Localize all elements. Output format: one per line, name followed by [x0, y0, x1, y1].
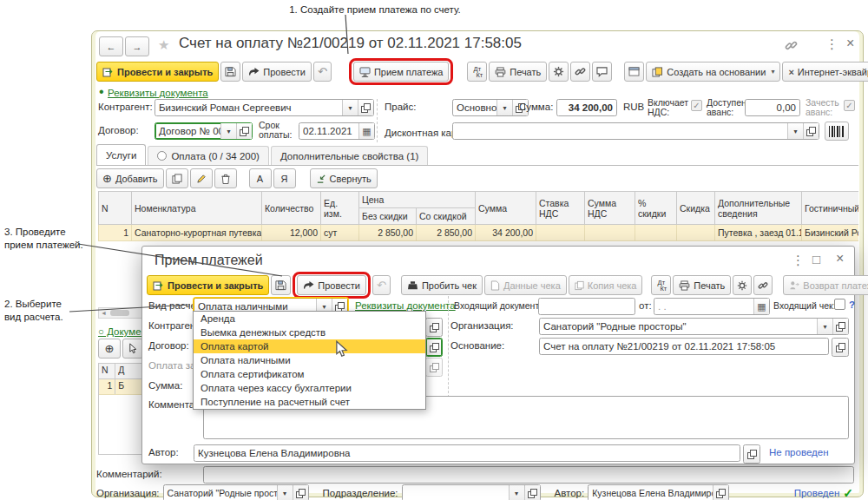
requisites-link[interactable]: • Реквизиты документа [99, 84, 208, 100]
discount-card-field[interactable]: ▾ [452, 122, 819, 140]
print-button[interactable]: Печать [489, 62, 547, 82]
dialog-maximize-icon[interactable]: □ [812, 253, 820, 266]
open-button[interactable] [832, 319, 848, 334]
open-button[interactable] [713, 485, 728, 500]
dialog-requisites-link[interactable]: Реквизиты документа [355, 300, 456, 311]
dialog-post-and-close-button[interactable]: Провести и закрыть [147, 275, 269, 295]
dt-kt-button[interactable]: ДтКт [467, 62, 487, 82]
dialog-author-field[interactable]: Кузнецова Елена Владимировна [194, 444, 740, 462]
discussion-icon[interactable] [592, 62, 612, 82]
open-button[interactable] [425, 358, 443, 377]
link-icon[interactable] [785, 39, 798, 56]
attachments-icon[interactable] [570, 62, 590, 82]
documents-link[interactable]: ○ Документы [98, 323, 143, 339]
save-button[interactable] [220, 62, 240, 82]
calendar-icon[interactable]: ▦ [753, 299, 769, 314]
dropdown-item[interactable]: Оплата через кассу бухгалтерии [194, 381, 425, 395]
dropdown-item[interactable]: Аренда [194, 312, 425, 326]
barcode-button[interactable] [825, 122, 849, 141]
amount-field[interactable]: 34 200,00 [556, 99, 617, 116]
post-button[interactable]: Провести [242, 62, 312, 82]
payment-docs-mini-table[interactable]: NД 1Б [98, 363, 144, 455]
open-button[interactable] [425, 318, 443, 337]
col-sum[interactable]: Сумма [476, 192, 536, 225]
scrollbar-thumb[interactable] [110, 310, 129, 316]
dropdown-button[interactable]: ▾ [496, 100, 512, 115]
post-and-close-button[interactable]: Провести и закрыть [96, 62, 219, 82]
delete-row-button[interactable] [214, 168, 237, 188]
open-button[interactable] [358, 100, 373, 115]
col-price-no-disc[interactable]: Без скидки [359, 208, 417, 225]
undo-button[interactable]: ↶ [313, 62, 332, 82]
copy-row-button[interactable] [166, 168, 188, 188]
dialog-close-icon[interactable]: × [836, 252, 844, 266]
incoming-date-field[interactable]: . . ▦ [654, 298, 770, 315]
comment-input[interactable] [203, 466, 854, 484]
dialog-print-button[interactable]: Печать [673, 275, 731, 295]
incoming-doc-field[interactable] [538, 298, 635, 315]
select-pointer-button[interactable] [122, 339, 143, 359]
col-vat-sum[interactable]: Сумма НДС [585, 192, 635, 225]
advance-field[interactable]: 0,00 [745, 99, 800, 116]
receipt-copy-button[interactable]: Копия чека [569, 275, 643, 295]
open-button[interactable] [803, 123, 819, 139]
open-button[interactable] [293, 485, 308, 500]
due-date-field[interactable]: 02.11.2021 ▦ [299, 122, 375, 140]
dialog-save-button[interactable] [271, 275, 291, 295]
accept-payment-button[interactable]: Прием платежа [353, 62, 450, 82]
table-row[interactable]: 1 Санаторно-курортная путевка 12,000 сут… [99, 225, 859, 241]
dropdown-button[interactable]: ▾ [817, 319, 832, 334]
col-disc[interactable]: Скидка [677, 192, 715, 225]
dropdown-item[interactable]: Оплата сертификатом [194, 367, 425, 381]
favorite-star-icon[interactable]: ★ [158, 37, 169, 53]
col-hotel[interactable]: Гостиничный [802, 192, 859, 225]
add-payment-doc-button[interactable]: ⊕ [98, 339, 121, 359]
receipt-data-button[interactable]: Данные чека [484, 275, 567, 295]
tab-additional-properties[interactable]: Дополнительные свойства (1) [271, 146, 428, 165]
dialog-gear-icon[interactable] [733, 275, 752, 295]
scroll-left-icon[interactable]: ◄ [99, 310, 108, 316]
internet-acquiring-button[interactable]: × Интернет-эквайринг ▾ [782, 62, 868, 82]
price-field[interactable]: Основной ▾ [452, 99, 529, 116]
tab-payment[interactable]: Оплата (0 / 34 200) [148, 146, 269, 165]
dialog-attachments-icon[interactable] [753, 275, 773, 295]
calendar-icon[interactable]: ▦ [358, 123, 374, 139]
dropdown-item-highlighted[interactable]: Оплата картой [194, 339, 425, 353]
col-disc-pct[interactable]: % скидки [635, 192, 677, 225]
punch-receipt-button[interactable]: Пробить чек [401, 275, 483, 295]
create-based-on-button[interactable]: Создать на основании ▾ [646, 62, 780, 82]
dialog-basis-field[interactable]: Счет на оплату №21/00219 от 02.11.2021 1… [539, 338, 829, 355]
incoming-receipt-help[interactable]: ? [849, 299, 855, 310]
dialog-menu-icon[interactable]: ⋮ [792, 253, 805, 267]
organization-field[interactable]: Санаторий "Родные просторы" ▾ [163, 484, 309, 500]
dropdown-button[interactable]: ▾ [277, 485, 293, 500]
dropdown-button[interactable]: ▾ [342, 100, 358, 115]
dropdown-item[interactable]: Выемка денежных средств [194, 326, 425, 339]
dialog-dt-kt-button[interactable]: ДтКт [651, 275, 671, 295]
dialog-post-button[interactable]: Провести [297, 275, 366, 295]
col-nomenclature[interactable]: Номенклатура [132, 192, 262, 225]
dropdown-button[interactable]: ▾ [787, 123, 803, 139]
add-row-button[interactable]: ⊕ Добавить [96, 168, 164, 188]
col-qty[interactable]: Количество [262, 192, 321, 225]
open-button[interactable] [832, 338, 849, 357]
offset-advance-checkbox[interactable]: ✓ [844, 100, 855, 111]
incoming-receipt-checkbox[interactable] [834, 299, 845, 310]
back-button[interactable]: ← [99, 36, 123, 56]
tab-services[interactable]: Услуги [96, 144, 146, 165]
col-price[interactable]: Цена [359, 192, 476, 208]
col-n[interactable]: N [99, 192, 132, 225]
author-field[interactable]: Кузнецова Елена Владимировна [588, 484, 729, 500]
forward-button[interactable]: → [125, 36, 149, 56]
open-button[interactable] [425, 338, 443, 357]
col-price-disc[interactable]: Со скидкой [417, 208, 476, 225]
open-button[interactable] [524, 485, 540, 500]
sort-asc-button[interactable]: А [249, 168, 272, 188]
horizontal-scrollbar[interactable]: ◄ [98, 307, 143, 319]
sort-desc-button[interactable]: Я [273, 168, 296, 188]
vat-included-checkbox[interactable]: ✓ [691, 100, 702, 111]
dropdown-item[interactable]: Оплата наличными [194, 353, 425, 367]
division-field[interactable]: ▾ [402, 484, 541, 500]
dropdown-item[interactable]: Поступление на расчетный счет [194, 395, 425, 409]
collapse-button[interactable]: Свернуть [310, 168, 378, 188]
